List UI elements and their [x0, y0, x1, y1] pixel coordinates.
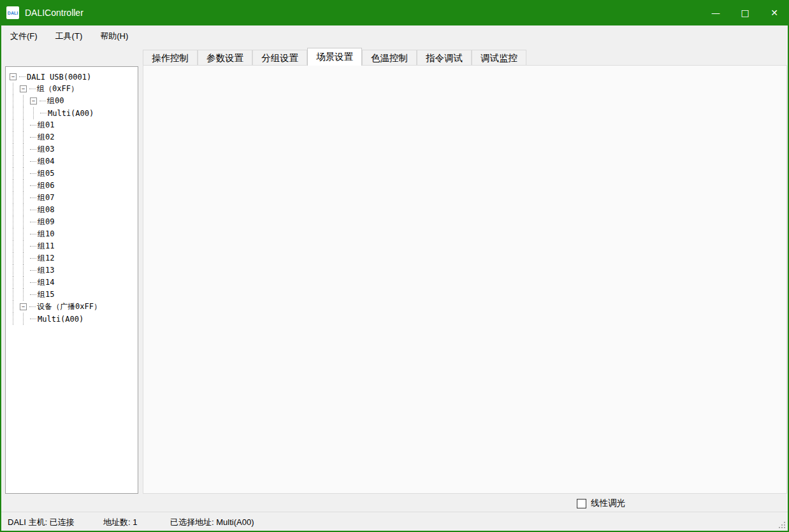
tree-connector: [30, 125, 36, 126]
tree-row[interactable]: 组07: [6, 192, 138, 204]
tab[interactable]: 指令调试: [417, 50, 472, 66]
tree-connector: [30, 319, 36, 319]
tree-indent-guide: [10, 168, 20, 180]
tab[interactable]: 色温控制: [362, 50, 417, 66]
tree-indent-guide: [10, 240, 20, 252]
tree-row[interactable]: − DALI USB(0001): [6, 71, 138, 83]
tab-label: 调试监控: [481, 52, 518, 64]
tree-row[interactable]: 组04: [6, 155, 138, 168]
tree-indent-guide: [10, 252, 20, 264]
tree-collapse-icon[interactable]: −: [30, 97, 37, 104]
menu-item-label: 文件(F): [10, 31, 38, 42]
tree-row[interactable]: 组11: [6, 240, 138, 252]
tree-row[interactable]: − 组（0xFF）: [6, 83, 138, 95]
tree-row[interactable]: 组03: [6, 143, 138, 155]
tree-indent-guide: [10, 228, 20, 240]
tree-collapse-icon[interactable]: −: [10, 73, 17, 80]
tree-connector: [30, 149, 36, 150]
tree-row[interactable]: 组05: [6, 168, 138, 180]
tree-collapse-icon[interactable]: −: [20, 85, 27, 92]
tree-indent-guide: [20, 204, 30, 216]
tree-indent-guide: [20, 168, 30, 180]
tree-indent-guide: [10, 204, 20, 216]
linear-dimming-option: 线性调光: [577, 498, 625, 509]
tree-row[interactable]: 组10: [6, 228, 138, 240]
tree-collapse-icon[interactable]: −: [20, 303, 27, 310]
tree-indent-guide: [20, 313, 30, 325]
tab[interactable]: 调试监控: [472, 50, 526, 66]
tree-indent-guide: [20, 180, 30, 192]
menu-item-label: 工具(T): [55, 31, 83, 42]
linear-dimming-checkbox[interactable]: [577, 499, 586, 508]
tree-connector: [30, 198, 36, 198]
tree-connector: [30, 270, 36, 271]
tree-indent-guide: [10, 301, 20, 313]
tree-indent-guide: [20, 155, 30, 168]
titlebar: DALI DALIController — □ ✕: [0, 0, 789, 25]
tab[interactable]: 参数设置: [198, 50, 252, 66]
status-host: DALI 主机: 已连接: [8, 517, 75, 528]
tree-connector: [40, 101, 46, 101]
tree-connector: [30, 234, 36, 234]
tree-item-label: 组06: [38, 180, 54, 191]
tree-connector: [29, 89, 36, 89]
tree-row[interactable]: Multi(A00): [6, 107, 138, 119]
tree-row[interactable]: 组06: [6, 180, 138, 192]
tree-connector: [30, 222, 36, 222]
window-title: DALIController: [25, 8, 83, 18]
tree-item-label: 组（0xFF）: [37, 83, 78, 94]
tree-row[interactable]: 组09: [6, 216, 138, 228]
tree-indent-guide: [20, 119, 30, 131]
app-icon-text: DALI: [8, 11, 18, 15]
tabstrip: 操作控制 参数设置 分组设置 场景设置 色温控制 指令调试 调试监控: [143, 48, 526, 66]
tree-indent-guide: [20, 131, 30, 143]
maximize-button[interactable]: □: [730, 0, 760, 25]
app-icon: DALI: [6, 6, 19, 19]
tab-label: 指令调试: [426, 52, 463, 64]
close-button[interactable]: ✕: [760, 0, 789, 25]
tree-row[interactable]: 组15: [6, 289, 138, 301]
tree-item-label: 组10: [38, 229, 54, 240]
menu-item[interactable]: 工具(T): [47, 25, 92, 47]
tree-connector: [30, 161, 36, 162]
tree-item-label: 组04: [38, 156, 54, 167]
tree-indent-guide: [10, 143, 20, 155]
tree-indent-guide: [10, 107, 20, 119]
tree-row[interactable]: 组12: [6, 252, 138, 264]
tree-item-label: 组12: [38, 253, 54, 264]
resize-grip[interactable]: [779, 522, 785, 528]
tree-indent-guide: [20, 289, 30, 301]
tree-row[interactable]: − 组00: [6, 95, 138, 107]
tab[interactable]: 操作控制: [143, 50, 198, 66]
tree-item-label: 组02: [38, 132, 54, 143]
tree-indent-guide: [10, 83, 20, 95]
tree-item-label: DALI USB(0001): [27, 73, 91, 82]
minimize-button[interactable]: —: [701, 0, 730, 25]
tree-indent-guide: [20, 216, 30, 228]
tree-row[interactable]: 组01: [6, 119, 138, 131]
tree-row[interactable]: Multi(A00): [6, 313, 138, 325]
status-address-count: 地址数: 1: [103, 517, 137, 528]
tree-row[interactable]: − 设备（广播0xFF）: [6, 301, 138, 313]
tree-row[interactable]: 组13: [6, 264, 138, 277]
tree-connector: [30, 258, 36, 259]
tree-indent-guide: [10, 131, 20, 143]
tree-item-label: 组07: [38, 192, 54, 203]
device-tree-panel: − DALI USB(0001) − 组（0xFF） − 组00 Multi(A…: [5, 66, 138, 494]
tree-indent-guide: [10, 180, 20, 192]
window-controls: — □ ✕: [701, 0, 789, 25]
tab[interactable]: 场景设置: [307, 48, 362, 66]
menu-item[interactable]: 帮助(H): [91, 25, 137, 47]
menu-item[interactable]: 文件(F): [1, 25, 47, 47]
tab[interactable]: 分组设置: [252, 50, 307, 66]
menu-item-label: 帮助(H): [100, 31, 128, 42]
tree-item-label: 组13: [38, 265, 54, 276]
tree-item-label: 组05: [38, 168, 54, 179]
tree-row[interactable]: 组14: [6, 277, 138, 289]
status-selected-address: 已选择地址: Multi(A00): [170, 517, 254, 528]
tree-row[interactable]: 组08: [6, 204, 138, 216]
tree-row[interactable]: 组02: [6, 131, 138, 143]
tree-indent-guide: [10, 155, 20, 168]
menubar: 文件(F) 工具(T) 帮助(H): [1, 25, 788, 47]
tree-indent-guide: [10, 289, 20, 301]
